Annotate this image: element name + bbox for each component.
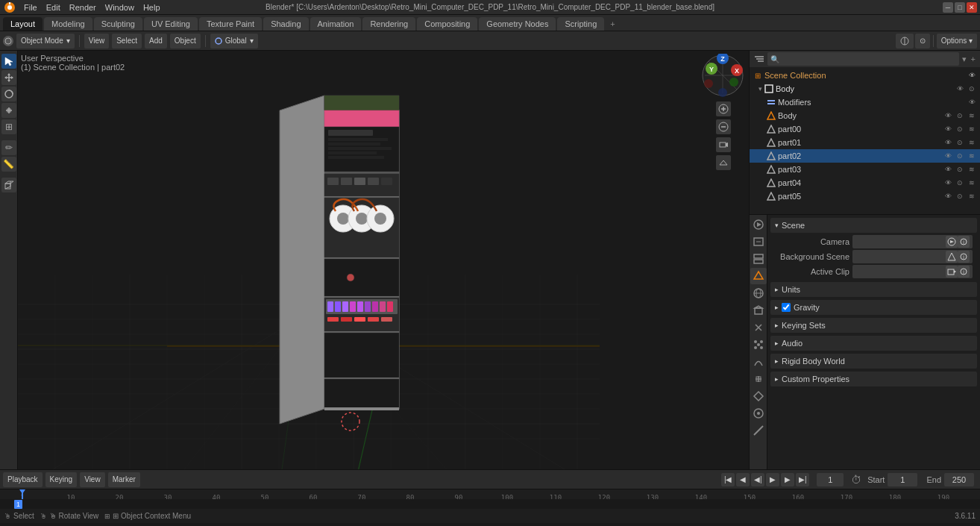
move-tool[interactable] [1,70,16,85]
transform-tool[interactable]: ⊞ [1,119,16,134]
rotate-tool[interactable] [1,87,16,101]
window-minimize-button[interactable]: ─ [943,2,953,13]
tree-item-body-collection[interactable]: ▾ Body 👁 ⊙ [750,82,980,96]
outliner-add-button[interactable]: + [971,54,976,63]
body-visibility-toggle[interactable]: 👁 [955,84,965,94]
tab-animation[interactable]: Animation [310,17,362,31]
prop-tab-world[interactable] [750,285,767,301]
jump-start-button[interactable]: |◀ [721,473,735,486]
camera-pick-button[interactable] [946,236,958,248]
tree-item-part02[interactable]: part02 👁 ⊙ ≋ [750,149,980,163]
body-render-toggle[interactable]: ⊙ [967,84,977,94]
prop-tab-constraints[interactable] [750,371,767,387]
part01-visibility[interactable]: 👁 [943,137,953,148]
tree-item-part04[interactable]: part04 👁 ⊙ ≋ [750,176,980,190]
camera-value[interactable]: i [852,235,973,248]
tree-item-modifiers[interactable]: Modifiers 👁 [750,96,980,109]
part04-render[interactable]: ⊙ [955,178,965,188]
playback-menu-button[interactable]: Playback [3,472,43,487]
part01-render[interactable]: ⊙ [955,137,965,148]
custom-properties-section-header[interactable]: ▸ Custom Properties [770,372,977,386]
part00-visibility[interactable]: 👁 [943,124,953,134]
part02-extra[interactable]: ≋ [967,151,977,161]
outliner-search-input[interactable] [767,52,959,66]
active-clip-value[interactable]: i [852,265,973,278]
prop-tab-render[interactable] [750,216,767,233]
zoom-out-button[interactable] [716,119,731,134]
prop-tab-view-layer[interactable] [750,251,767,267]
perspective-toggle-button[interactable] [716,155,731,170]
outliner-visibility-toggle[interactable]: 👁 [967,70,977,81]
prop-tab-output[interactable] [750,234,767,250]
menu-window[interactable]: Window [101,2,139,13]
tab-compositing[interactable]: Compositing [417,17,477,31]
gravity-checkbox[interactable] [782,303,791,312]
scene-section-header[interactable]: ▾ Scene [770,218,977,233]
prop-tab-scene[interactable] [750,268,767,284]
body-mesh-visibility[interactable]: 👁 [943,110,953,121]
menu-file[interactable]: File [19,2,42,13]
bg-scene-browse-button[interactable]: i [958,251,970,263]
tab-scripting[interactable]: Scripting [557,17,604,31]
rigid-body-section-header[interactable]: ▸ Rigid Body World [770,354,977,369]
step-back-button[interactable]: ◀ [736,473,750,486]
part03-render[interactable]: ⊙ [955,164,965,175]
current-frame-input[interactable] [817,473,844,486]
header-object-button[interactable]: Object [170,34,201,48]
active-clip-pick-button[interactable] [946,266,958,278]
scale-tool[interactable] [1,103,16,118]
prop-tab-particles[interactable] [750,336,767,353]
tab-rendering[interactable]: Rendering [362,17,415,31]
tree-item-body-mesh[interactable]: Body 👁 ⊙ ≋ [750,109,980,122]
play-reverse-button[interactable]: ◀| [751,473,764,486]
play-button[interactable]: ▶ [766,473,779,486]
keying-menu-button[interactable]: Keying [45,472,78,487]
tab-sculpting[interactable]: Sculpting [94,17,142,31]
part04-visibility[interactable]: 👁 [943,178,953,188]
tab-modeling[interactable]: Modeling [44,17,92,31]
prop-tab-object[interactable] [750,302,767,319]
body-mesh-extra[interactable]: ≋ [967,110,977,121]
timeline-ruler[interactable]: 1 10 20 30 40 50 60 70 80 90 1 [0,489,980,509]
camera-view-button[interactable] [716,137,731,152]
active-clip-browse-button[interactable]: i [958,266,970,278]
cursor-tool[interactable] [1,54,16,69]
timeline-frame-row[interactable]: 1 [0,499,980,509]
add-cube-tool[interactable] [1,178,16,192]
tree-item-scene-root[interactable]: ⊞ Scene Collection 👁 [750,69,980,82]
tab-uv-editing[interactable]: UV Editing [144,17,198,31]
prop-tab-physics[interactable] [750,354,767,370]
object-mode-dropdown[interactable]: Object Mode ▾ [16,34,75,48]
tab-geometry-nodes[interactable]: Geometry Nodes [479,17,556,31]
start-frame-input[interactable] [888,473,917,486]
part05-extra[interactable]: ≋ [967,191,977,201]
header-view-button[interactable]: View [84,34,110,48]
outliner-filter-button[interactable]: ▾ [962,54,967,64]
navigation-gizmo[interactable]: X Y Z [701,54,746,98]
zoom-in-button[interactable] [716,101,731,116]
audio-section-header[interactable]: ▸ Audio [770,336,977,351]
part03-extra[interactable]: ≋ [967,164,977,175]
options-button[interactable]: Options ▾ [937,34,977,48]
jump-end-button[interactable]: ▶| [796,473,809,486]
tree-item-part03[interactable]: part03 👁 ⊙ ≋ [750,163,980,176]
snap-toggle[interactable] [896,34,914,48]
part05-render[interactable]: ⊙ [955,191,965,201]
bg-scene-pick-button[interactable] [946,251,958,263]
workspace-tab-add-button[interactable]: + [606,17,619,31]
measure-tool[interactable]: 📏 [1,157,16,172]
proportional-edit-toggle[interactable]: ⊙ [915,34,930,48]
tree-item-part01[interactable]: part01 👁 ⊙ ≋ [750,136,980,149]
header-select-button[interactable]: Select [112,34,142,48]
part01-extra[interactable]: ≋ [967,137,977,148]
menu-render[interactable]: Render [65,2,101,13]
marker-menu-button[interactable]: Marker [108,472,140,487]
menu-help[interactable]: Help [139,2,165,13]
end-frame-input[interactable] [944,473,974,486]
part00-extra[interactable]: ≋ [967,124,977,134]
menu-edit[interactable]: Edit [42,2,65,13]
part03-visibility[interactable]: 👁 [943,164,953,175]
prop-tab-object-data[interactable] [750,388,767,404]
camera-browse-button[interactable]: i [958,236,970,248]
viewport-3d[interactable]: User Perspective (1) Scene Collection | … [18,51,749,469]
